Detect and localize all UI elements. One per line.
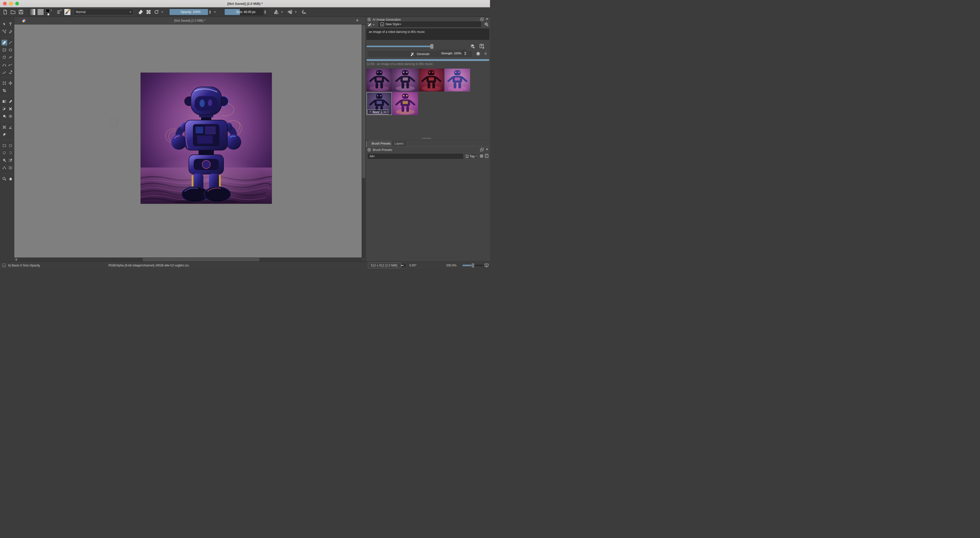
- brush-preset-chip[interactable]: [64, 9, 71, 15]
- tool-text[interactable]: [8, 21, 13, 27]
- add-text-icon[interactable]: [479, 44, 485, 49]
- mirror-horizontal-icon[interactable]: [273, 9, 279, 15]
- tool-line[interactable]: [8, 40, 13, 45]
- apply-button[interactable]: ✓Apply: [367, 110, 381, 114]
- generated-image-thumbnail[interactable]: ✓Apply•••: [366, 92, 392, 115]
- eraser-mode-button[interactable]: [138, 9, 144, 15]
- canvas-vertical-scrollbar[interactable]: [362, 24, 366, 257]
- tabbar-handle[interactable]: [366, 142, 367, 146]
- prompt-input[interactable]: an image of a robot dancing to 80s music: [366, 29, 489, 40]
- tool-rect-select[interactable]: [2, 143, 7, 148]
- document-titlebar[interactable]: [Not Saved] (2.0 MiB) * ✕: [14, 17, 366, 24]
- preset-detail-icon[interactable]: [485, 154, 489, 158]
- tool-color-select[interactable]: [8, 157, 13, 163]
- float-docker-icon[interactable]: [480, 148, 484, 151]
- hscroll-thumb[interactable]: [143, 258, 259, 261]
- tool-bezier-curve[interactable]: [2, 62, 7, 68]
- tool-bezier-select[interactable]: [2, 165, 7, 171]
- canvas-horizontal-scrollbar[interactable]: [14, 257, 362, 261]
- tab-layers[interactable]: Layers: [391, 140, 407, 146]
- zoom-slider-handle[interactable]: [472, 263, 474, 267]
- close-docker-icon[interactable]: ✕: [486, 148, 488, 151]
- tool-colorize-mask[interactable]: [8, 106, 13, 112]
- display-mode-icon[interactable]: [479, 154, 484, 158]
- reload-brush-button[interactable]: [153, 9, 159, 15]
- pen-counter[interactable]: 0: [485, 52, 487, 56]
- tool-freehand-brush[interactable]: [2, 40, 7, 45]
- document-size-info[interactable]: 512 x 512 (2.0 MiB): [368, 263, 401, 268]
- chevron-down-icon[interactable]: [161, 11, 163, 13]
- rotation-dial-icon[interactable]: [401, 262, 407, 268]
- tool-zoom[interactable]: [2, 176, 7, 181]
- chevron-down-icon[interactable]: [295, 11, 297, 13]
- tool-reference-images[interactable]: [2, 132, 7, 137]
- close-docker-icon[interactable]: ✕: [486, 17, 488, 21]
- selection-mode-icon[interactable]: [2, 263, 6, 267]
- generated-image-thumbnail[interactable]: [366, 68, 392, 92]
- style-dropdown[interactable]: New Style: [378, 21, 482, 27]
- current-brush-name[interactable]: b) Basic-5 Size Opacity: [8, 262, 40, 269]
- chevron-down-icon[interactable]: [214, 11, 216, 13]
- zoom-slider[interactable]: [463, 265, 484, 266]
- opacity-steppers[interactable]: [208, 9, 212, 15]
- tool-edit-shapes[interactable]: [2, 29, 7, 35]
- strength-slider[interactable]: [366, 46, 433, 47]
- save-button[interactable]: [18, 9, 24, 15]
- zoom-percentage[interactable]: 200.0%: [446, 262, 457, 269]
- new-document-button[interactable]: [2, 9, 8, 15]
- tag-button[interactable]: Tag: [465, 153, 478, 159]
- canvas-image-robot[interactable]: [141, 73, 272, 204]
- tool-ellipse-select[interactable]: [8, 143, 13, 148]
- generated-image-thumbnail[interactable]: [393, 92, 418, 115]
- tool-freehand-path[interactable]: [8, 62, 13, 68]
- foreground-background-colors[interactable]: [46, 9, 52, 15]
- vscroll-thumb[interactable]: [362, 25, 365, 178]
- tool-dynamic-brush[interactable]: [2, 69, 7, 75]
- tool-transform[interactable]: [2, 80, 7, 86]
- tool-smart-patch[interactable]: [2, 106, 7, 112]
- tool-select-shapes[interactable]: [2, 21, 7, 27]
- tool-gradient[interactable]: [2, 99, 7, 104]
- settings-gear-icon[interactable]: [484, 22, 489, 27]
- opacity-spinslider[interactable]: Opacity: 100%: [169, 9, 212, 15]
- gradient-chooser[interactable]: [29, 9, 35, 15]
- size-steppers[interactable]: [263, 9, 267, 15]
- tool-rectangle[interactable]: [2, 47, 7, 53]
- scroll-left-icon[interactable]: [14, 258, 18, 261]
- fit-to-screen-icon[interactable]: [484, 263, 489, 267]
- docker-splitter-handle[interactable]: [422, 138, 431, 139]
- tool-freehand-select[interactable]: [8, 150, 13, 156]
- tool-magnetic-select[interactable]: [8, 165, 13, 171]
- tool-enclose-and-fill[interactable]: [8, 113, 13, 119]
- size-spinslider[interactable]: Size: 40.00 px: [224, 9, 267, 15]
- tool-pan[interactable]: [8, 176, 13, 181]
- more-options-button[interactable]: •••: [382, 110, 388, 114]
- close-document-icon[interactable]: ✕: [356, 18, 359, 22]
- blending-mode-dropdown[interactable]: Normal: [73, 9, 134, 15]
- preserve-alpha-button[interactable]: [145, 9, 151, 15]
- wrap-around-mode-icon[interactable]: [301, 9, 307, 15]
- tool-calligraphy[interactable]: [8, 29, 13, 35]
- tool-assistants[interactable]: [2, 124, 7, 130]
- generated-image-thumbnail[interactable]: [445, 68, 470, 92]
- canvas-rotation-value[interactable]: 0.00°: [409, 262, 417, 269]
- chevron-down-icon[interactable]: [281, 11, 283, 13]
- colorspace-info[interactable]: RGB/Alpha (8-bit integer/channel) sRGB-e…: [108, 262, 189, 269]
- tool-ellipse[interactable]: [8, 47, 13, 53]
- tab-brush-presets[interactable]: Brush Presets: [368, 140, 394, 146]
- strength-steppers[interactable]: [463, 50, 467, 56]
- strength-slider-handle[interactable]: [430, 44, 433, 49]
- lock-docker-icon[interactable]: [367, 148, 371, 152]
- ai-wand-icon[interactable]: [367, 22, 372, 27]
- float-docker-icon[interactable]: [480, 17, 484, 21]
- tool-polyline[interactable]: [8, 55, 13, 60]
- add-layer-icon[interactable]: [470, 44, 475, 49]
- tag-filter-dropdown[interactable]: All: [367, 153, 464, 159]
- lock-docker-icon[interactable]: [367, 17, 371, 21]
- tool-color-sampler[interactable]: [8, 99, 13, 104]
- tool-fill[interactable]: [2, 113, 7, 119]
- queue-indicator-icon[interactable]: [476, 52, 480, 56]
- generated-image-thumbnail[interactable]: [393, 68, 418, 92]
- generated-image-thumbnail[interactable]: [418, 68, 444, 92]
- open-document-button[interactable]: [10, 9, 16, 15]
